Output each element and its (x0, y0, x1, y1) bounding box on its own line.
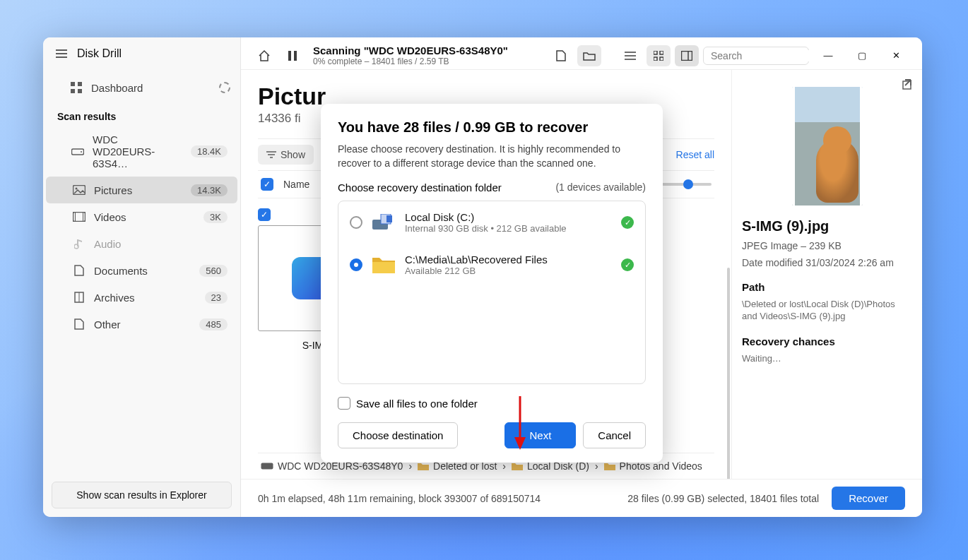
preview-path-label: Path (742, 281, 912, 293)
scrollbar[interactable] (727, 268, 730, 479)
filter-icon (266, 151, 276, 158)
preview-date-modified: Date modified 31/03/2024 2:26 am (742, 257, 912, 268)
save-all-checkbox[interactable]: Save all files to one folder (338, 397, 646, 410)
preview-path-value: \Deleted or lost\Local Disk (D)\Photos a… (742, 299, 912, 323)
svg-rect-14 (288, 51, 291, 61)
dashboard-icon (70, 81, 83, 94)
close-button[interactable]: ✕ (881, 45, 911, 66)
svg-rect-19 (654, 51, 657, 54)
svg-rect-23 (682, 51, 692, 60)
next-button[interactable]: Next (504, 422, 576, 448)
destination-option-folder[interactable]: C:\Media\Lab\Recovered Files Available 2… (338, 244, 645, 286)
archive-icon (73, 291, 85, 304)
svg-rect-9 (73, 213, 76, 222)
file-name-label: S-IM (302, 340, 324, 351)
svg-rect-20 (660, 51, 663, 54)
modal-title: You have 28 files / 0.99 GB to recover (338, 119, 646, 136)
preview-file-meta: JPEG Image – 239 KB (742, 240, 912, 251)
scan-status-sub: 0% complete – 18401 files / 2.59 TB (313, 56, 508, 66)
drive-icon (261, 463, 273, 470)
list-view-icon[interactable] (618, 45, 642, 66)
folder-icon (512, 462, 523, 470)
preview-image (792, 87, 863, 205)
status-left: 0h 1m elapsed, 48h 11m remaining, block … (258, 493, 541, 504)
svg-rect-21 (654, 57, 657, 61)
document-icon (73, 264, 85, 277)
sidebar-item-pictures[interactable]: Pictures 14.3K (46, 177, 237, 203)
destination-option-local-disk[interactable]: Local Disk (C:) Internal 930 GB disk • 2… (338, 201, 645, 244)
open-external-icon[interactable] (902, 77, 915, 90)
check-icon: ✓ (621, 258, 634, 271)
sidebar-item-documents[interactable]: Documents 560 (46, 257, 237, 284)
sidebar-item-videos[interactable]: Videos 3K (46, 203, 237, 230)
statusbar: 0h 1m elapsed, 48h 11m remaining, block … (241, 479, 922, 517)
cancel-button[interactable]: Cancel (583, 422, 646, 448)
video-icon (73, 210, 85, 223)
preview-chances-label: Recovery chances (742, 335, 912, 347)
preview-file-name: S-IMG (9).jpg (742, 218, 912, 234)
sidebar-item-other[interactable]: Other 485 (46, 311, 237, 338)
maximize-button[interactable]: ▢ (847, 45, 877, 66)
reset-all-button[interactable]: Reset all (676, 149, 714, 160)
svg-rect-22 (660, 57, 663, 61)
panel-view-icon[interactable] (675, 45, 699, 66)
menu-icon[interactable] (56, 49, 67, 58)
pause-icon[interactable] (281, 45, 305, 66)
minimize-button[interactable]: — (813, 45, 843, 66)
svg-rect-3 (78, 89, 82, 93)
name-column-header: Name (283, 179, 309, 190)
preview-panel: S-IMG (9).jpg JPEG Image – 239 KB Date m… (731, 70, 922, 479)
radio-button[interactable] (350, 216, 362, 229)
search-box[interactable] (703, 47, 809, 65)
show-results-button[interactable]: Show scan results in Explorer (52, 482, 232, 508)
devices-available-label: (1 devices available) (555, 181, 646, 193)
file-icon[interactable] (549, 45, 573, 66)
file-checkbox[interactable]: ✓ (258, 208, 271, 221)
choose-destination-button[interactable]: Choose destination (338, 422, 458, 448)
image-icon (73, 184, 85, 196)
app-window: Disk Drill Dashboard Scan results WDC WD… (43, 37, 922, 517)
audio-icon (73, 237, 85, 250)
recover-button[interactable]: Recover (832, 487, 905, 510)
svg-rect-2 (71, 89, 75, 93)
folder-icon (604, 462, 615, 470)
sidebar-dashboard[interactable]: Dashboard (43, 74, 240, 101)
home-icon[interactable] (252, 45, 276, 66)
svg-rect-34 (386, 215, 392, 222)
titlebar: Scanning "WDC WD20EURS-63S48Y0" 0% compl… (241, 37, 922, 70)
grid-view-icon[interactable] (647, 45, 671, 66)
other-icon (73, 318, 85, 330)
svg-rect-30 (261, 463, 273, 470)
scan-status-title: Scanning "WDC WD20EURS-63S48Y0" (313, 44, 508, 56)
disk-icon (372, 214, 395, 231)
svg-rect-15 (294, 51, 297, 61)
drive-icon (71, 145, 84, 158)
show-filter[interactable]: Show (258, 145, 314, 165)
svg-rect-0 (71, 82, 75, 86)
preview-chances-value: Waiting… (742, 353, 912, 365)
modal-description: Please choose recovery destination. It i… (338, 143, 646, 170)
radio-button[interactable] (350, 258, 362, 271)
sidebar-section-header: Scan results (43, 101, 240, 126)
svg-rect-10 (83, 213, 85, 222)
svg-point-5 (81, 151, 82, 153)
folder-icon[interactable] (577, 45, 601, 66)
recovery-destination-modal: You have 28 files / 0.99 GB to recover P… (321, 104, 663, 463)
sidebar: Disk Drill Dashboard Scan results WDC WD… (43, 37, 241, 517)
sidebar-drive[interactable]: WDC WD20EURS-63S4… 18.4K (46, 126, 237, 177)
svg-point-7 (76, 188, 78, 190)
sidebar-item-archives[interactable]: Archives 23 (46, 284, 237, 311)
svg-rect-31 (903, 81, 911, 89)
spinner-icon (219, 82, 230, 93)
svg-rect-1 (78, 82, 82, 86)
folder-icon (418, 462, 429, 470)
check-icon: ✓ (621, 216, 634, 229)
select-all-checkbox[interactable]: ✓ (261, 178, 273, 191)
status-right: 28 files (0.99 GB) selected, 18401 files… (627, 493, 819, 504)
app-title: Disk Drill (77, 47, 122, 60)
choose-destination-label: Choose recovery destination folder (338, 181, 502, 193)
folder-icon (372, 256, 395, 273)
sidebar-item-audio[interactable]: Audio (46, 230, 237, 257)
